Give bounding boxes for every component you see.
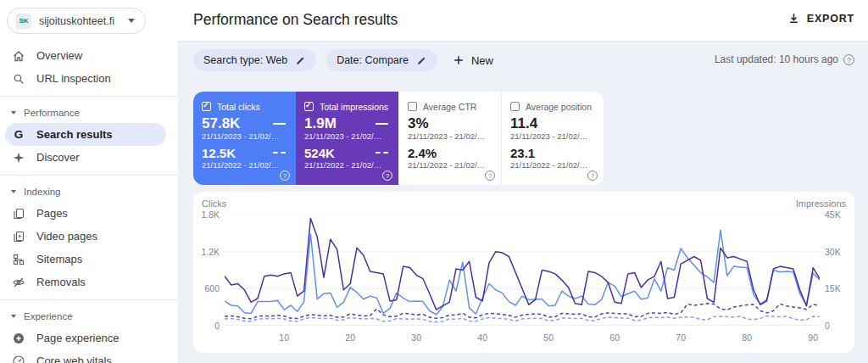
property-selector[interactable]: SK sijoituskohteet.fi bbox=[7, 8, 146, 34]
metric-label: Total clicks bbox=[217, 102, 260, 112]
new-label: New bbox=[471, 54, 493, 67]
new-filter-button[interactable]: New bbox=[453, 54, 493, 67]
left-axis-title: Clicks bbox=[202, 198, 226, 209]
page-title: Performance on Search results bbox=[193, 11, 398, 29]
metric-value-previous: 23.1 bbox=[510, 146, 535, 160]
chart-card: Clicks Impressions 06001.2K1.8K015K30K45… bbox=[193, 192, 854, 353]
chart-line-left-dashed bbox=[225, 316, 820, 321]
axis-tick-label: 1.8K bbox=[193, 209, 220, 220]
sidebar-item-overview[interactable]: Overview bbox=[0, 44, 178, 67]
total-clicks-card[interactable]: Total clicks 57.8K 21/11/2023 - 21/02/… … bbox=[193, 92, 296, 185]
chevron-down-icon bbox=[11, 111, 16, 114]
download-icon bbox=[787, 12, 800, 25]
property-name: sijoituskohteet.fi bbox=[39, 15, 120, 27]
help-icon[interactable]: ? bbox=[382, 170, 392, 181]
video-pages-icon bbox=[12, 230, 25, 243]
sidebar-item-pages[interactable]: Pages bbox=[0, 202, 178, 225]
date-range-previous: 21/11/2022 - 21/02/… bbox=[510, 160, 595, 170]
sitemaps-icon bbox=[12, 253, 25, 266]
export-button[interactable]: EXPORT bbox=[787, 12, 854, 25]
metric-value-previous: 2.4% bbox=[408, 146, 437, 160]
solid-line-legend-mark bbox=[273, 123, 286, 125]
section-label: Experience bbox=[24, 311, 73, 321]
chip-label: Date: Compare bbox=[337, 54, 409, 66]
axis-tick-label: 40 bbox=[472, 332, 492, 343]
date-filter-chip[interactable]: Date: Compare bbox=[326, 49, 437, 71]
average-ctr-card[interactable]: Average CTR 3% 21/11/2023 - 21/02/… 2.4%… bbox=[398, 92, 501, 185]
sidebar-item-url-inspection[interactable]: URL inspection bbox=[0, 67, 178, 90]
axis-tick-label: 0 bbox=[825, 321, 854, 331]
chart-line-left-solid bbox=[225, 230, 820, 315]
performance-chart[interactable] bbox=[225, 215, 820, 326]
main-content: Performance on Search results EXPORT Sea… bbox=[178, 0, 868, 363]
sidebar-divider bbox=[0, 299, 178, 300]
metric-label: Average position bbox=[526, 102, 592, 112]
plot-area bbox=[225, 215, 820, 326]
dashed-line-legend-mark bbox=[376, 152, 388, 154]
help-icon[interactable]: ? bbox=[843, 54, 854, 65]
help-icon[interactable]: ? bbox=[280, 170, 290, 181]
checkbox[interactable] bbox=[510, 102, 520, 111]
google-g-icon: G bbox=[12, 128, 25, 142]
section-label: Performance bbox=[24, 108, 80, 118]
axis-tick-label: 600 bbox=[193, 283, 220, 293]
sidebar-nav: Overview URL inspection Performance G Se… bbox=[0, 44, 178, 363]
export-label: EXPORT bbox=[807, 13, 854, 25]
sidebar-section-performance[interactable]: Performance bbox=[0, 103, 178, 123]
core-web-vitals-icon bbox=[12, 355, 25, 363]
metric-label: Total impressions bbox=[320, 102, 388, 112]
chart-line-right-dashed bbox=[225, 304, 820, 319]
metric-value-current: 3% bbox=[408, 115, 429, 132]
axis-tick-label: 50 bbox=[538, 332, 559, 343]
sidebar-item-video-pages[interactable]: Video pages bbox=[0, 225, 178, 248]
search-icon bbox=[12, 72, 25, 86]
filter-bar: Search type: Web Date: Compare New bbox=[193, 49, 493, 71]
help-icon[interactable]: ? bbox=[587, 170, 598, 181]
metric-value-previous: 524K bbox=[304, 146, 335, 160]
sidebar: SK sijoituskohteet.fi Overview URL inspe… bbox=[0, 0, 178, 363]
metric-label: Average CTR bbox=[423, 102, 476, 112]
performance-body: Search type: Web Date: Compare New bbox=[178, 42, 868, 363]
sidebar-item-label: Page experience bbox=[36, 332, 120, 344]
axis-tick-label: 15K bbox=[825, 283, 854, 293]
sidebar-divider bbox=[0, 175, 178, 176]
last-updated-text: Last updated: 10 hours ago bbox=[715, 53, 838, 65]
sidebar-item-label: Video pages bbox=[36, 230, 97, 243]
sidebar-item-discover[interactable]: Discover bbox=[0, 146, 178, 169]
sidebar-item-label: Pages bbox=[36, 207, 68, 220]
date-range-current: 21/11/2023 - 21/02/… bbox=[304, 131, 390, 141]
pages-icon bbox=[12, 207, 25, 221]
pencil-icon bbox=[295, 55, 306, 66]
sidebar-section-experience[interactable]: Experience bbox=[0, 306, 178, 327]
sidebar-item-sitemaps[interactable]: Sitemaps bbox=[0, 248, 178, 271]
sidebar-item-label: Sitemaps bbox=[36, 253, 82, 265]
pencil-icon bbox=[416, 55, 427, 66]
axis-tick-label: 90 bbox=[803, 332, 823, 343]
sidebar-item-search-results[interactable]: G Search results bbox=[0, 123, 178, 146]
dashed-line-legend-mark bbox=[273, 152, 286, 154]
sidebar-item-removals[interactable]: Removals bbox=[0, 271, 178, 293]
sidebar-item-label: URL inspection bbox=[36, 72, 111, 85]
axis-tick-label: 0 bbox=[193, 321, 220, 331]
checkbox[interactable] bbox=[408, 102, 417, 111]
last-updated: Last updated: 10 hours ago ? bbox=[715, 53, 854, 65]
checkbox[interactable] bbox=[304, 102, 314, 111]
date-range-previous: 21/11/2022 - 21/02/… bbox=[202, 160, 287, 170]
sidebar-item-page-experience[interactable]: Page experience bbox=[0, 327, 178, 349]
chip-label: Search type: Web bbox=[203, 54, 287, 66]
axis-tick-label: 30 bbox=[406, 332, 426, 343]
search-type-filter-chip[interactable]: Search type: Web bbox=[193, 49, 316, 71]
sidebar-item-core-web-vitals[interactable]: Core web vitals bbox=[0, 349, 178, 363]
axis-tick-label: 70 bbox=[670, 332, 691, 343]
help-icon[interactable]: ? bbox=[485, 170, 495, 181]
total-impressions-card[interactable]: Total impressions 1.9M 21/11/2023 - 21/0… bbox=[296, 92, 398, 185]
checkbox[interactable] bbox=[202, 102, 211, 111]
axis-tick-label: 10 bbox=[274, 332, 294, 343]
axis-tick-label: 20 bbox=[340, 332, 360, 343]
chevron-down-icon bbox=[11, 315, 16, 318]
metric-value-current: 1.9M bbox=[304, 115, 337, 132]
sidebar-item-label: Search results bbox=[36, 128, 113, 141]
sidebar-section-indexing[interactable]: Indexing bbox=[0, 182, 178, 202]
search-console-app: SK sijoituskohteet.fi Overview URL inspe… bbox=[0, 0, 868, 363]
average-position-card[interactable]: Average position 11.4 21/11/2023 - 21/02… bbox=[501, 92, 604, 185]
